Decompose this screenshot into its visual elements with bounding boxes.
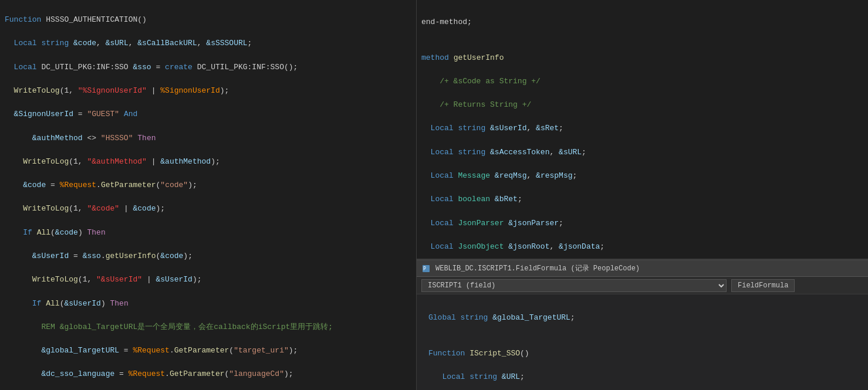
bottom-panel-toolbar: ISCRIPT1 (field) FieldFormula bbox=[417, 277, 868, 294]
left-code-pane[interactable]: Function HSSSO_AUTHENTICATION() Local st… bbox=[0, 0, 417, 390]
svg-text:P: P bbox=[423, 266, 426, 272]
left-code-area: Function HSSSO_AUTHENTICATION() Local st… bbox=[0, 0, 416, 390]
right-pane: end-method; method getUserInfo /+ &sCode… bbox=[417, 0, 868, 390]
field-formula-label: FieldFormula bbox=[731, 279, 795, 292]
panel-icon: P bbox=[421, 264, 431, 273]
main-container: Function HSSSO_AUTHENTICATION() Local st… bbox=[0, 0, 868, 390]
bottom-code: Global string &global_TargetURL; Functio… bbox=[424, 298, 861, 390]
bottom-panel-titlebar: P WEBLIB_DC.ISCRIPT1.FieldFormula (记录 Pe… bbox=[417, 260, 868, 277]
right-top-code: end-method; method getUserInfo /+ &sCode… bbox=[417, 2, 868, 260]
field-select[interactable]: ISCRIPT1 (field) bbox=[421, 279, 727, 292]
bottom-panel: P WEBLIB_DC.ISCRIPT1.FieldFormula (记录 Pe… bbox=[417, 260, 868, 390]
right-top-code-area[interactable]: end-method; method getUserInfo /+ &sCode… bbox=[417, 0, 868, 260]
bottom-panel-code-area[interactable]: Global string &global_TargetURL; Functio… bbox=[417, 294, 868, 390]
bottom-panel-title: WEBLIB_DC.ISCRIPT1.FieldFormula (记录 Peop… bbox=[435, 263, 640, 273]
